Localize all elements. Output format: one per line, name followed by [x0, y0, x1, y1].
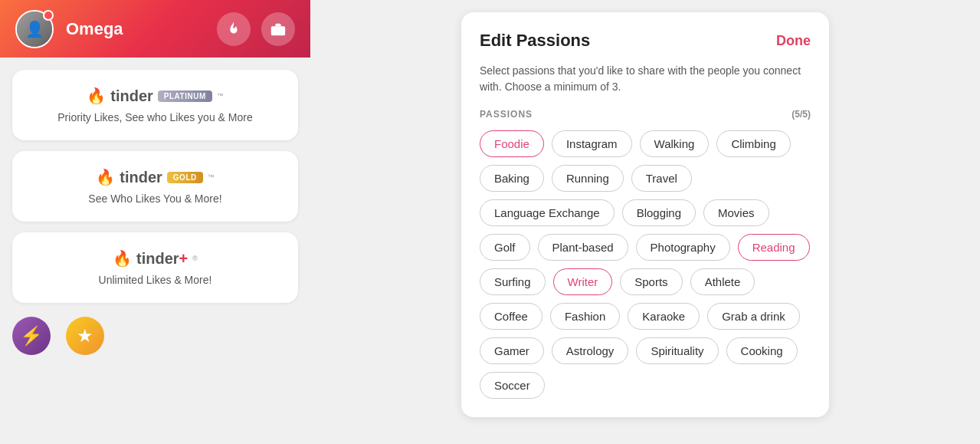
- gold-card[interactable]: 🔥 tinder GOLD ™ See Who Likes You & More…: [12, 151, 298, 222]
- passion-tag[interactable]: Instagram: [552, 130, 632, 157]
- passion-tag[interactable]: Karaoke: [628, 303, 700, 330]
- passion-tag[interactable]: Walking: [640, 130, 710, 157]
- passion-tag[interactable]: Spirituality: [636, 337, 718, 364]
- briefcase-icon: [270, 21, 287, 38]
- flame-icon: [225, 21, 242, 38]
- edit-passions-card: Edit Passions Done Select passions that …: [461, 12, 829, 417]
- flame-button[interactable]: [217, 12, 251, 46]
- plus-description: Unlimited Likes & More!: [99, 274, 212, 286]
- gold-logo: 🔥 tinder GOLD ™: [96, 168, 214, 186]
- passion-tag[interactable]: Sports: [620, 268, 682, 295]
- passion-tag[interactable]: Running: [552, 165, 624, 192]
- header-icons: [217, 12, 295, 46]
- super-like-icon[interactable]: ★: [66, 317, 104, 355]
- platinum-brand: tinder: [110, 87, 153, 105]
- plus-flame: 🔥: [113, 249, 132, 268]
- sidebar-header: 👤 Omega: [0, 0, 310, 58]
- passion-tag[interactable]: Soccer: [480, 372, 545, 399]
- passion-tag[interactable]: Writer: [553, 268, 613, 295]
- passion-tag[interactable]: Reading: [738, 234, 810, 261]
- done-button[interactable]: Done: [776, 33, 811, 49]
- main-panel: Edit Passions Done Select passions that …: [310, 0, 980, 444]
- platinum-tm: ™: [217, 92, 224, 100]
- gold-brand: tinder: [120, 169, 162, 186]
- passion-tag[interactable]: Gamer: [480, 337, 544, 364]
- passion-tag[interactable]: Blogging: [622, 199, 696, 226]
- gold-flame: 🔥: [96, 168, 115, 186]
- bottom-icons-row: ⚡ ★: [12, 317, 298, 355]
- passion-tag[interactable]: Fashion: [550, 303, 620, 330]
- gold-description: See Who Likes You & More!: [88, 192, 221, 205]
- plus-tm: ®: [192, 255, 198, 262]
- card-header: Edit Passions Done: [480, 31, 811, 51]
- passion-tag[interactable]: Golf: [480, 234, 530, 261]
- platinum-flame: 🔥: [87, 87, 106, 105]
- plus-logo: 🔥 tinder+ ®: [113, 249, 198, 268]
- sidebar: 👤 Omega 🔥 tinder: [0, 0, 310, 444]
- platinum-logo: 🔥 tinder PLATINUM ™: [87, 87, 223, 105]
- passion-tag[interactable]: Climbing: [716, 130, 790, 157]
- username-label: Omega: [66, 19, 205, 39]
- passion-tag[interactable]: Baking: [480, 165, 544, 192]
- passion-tag[interactable]: Photography: [636, 234, 730, 261]
- online-indicator: [43, 10, 54, 21]
- passion-tag[interactable]: Athlete: [690, 268, 755, 295]
- plus-brand: tinder+: [136, 250, 188, 268]
- platinum-description: Priority Likes, See who Likes you & More: [57, 111, 252, 123]
- avatar-wrapper: 👤: [15, 10, 54, 48]
- passion-tag[interactable]: Plant-based: [538, 234, 628, 261]
- briefcase-button[interactable]: [261, 12, 295, 46]
- sidebar-content: 🔥 tinder PLATINUM ™ Priority Likes, See …: [0, 58, 310, 444]
- passion-tag[interactable]: Coffee: [480, 303, 542, 330]
- passion-tag[interactable]: Movies: [703, 199, 769, 226]
- platinum-badge: PLATINUM: [158, 90, 212, 102]
- plus-card[interactable]: 🔥 tinder+ ® Unlimited Likes & More!: [12, 232, 298, 303]
- passion-tag[interactable]: Language Exchange: [480, 199, 615, 226]
- boost-icon[interactable]: ⚡: [12, 317, 51, 355]
- passions-count: (5/5): [792, 109, 811, 120]
- gold-badge: GOLD: [167, 172, 203, 183]
- passion-tag[interactable]: Astrology: [552, 337, 629, 364]
- passions-header: PASSIONS (5/5): [480, 109, 811, 120]
- passion-tag[interactable]: Travel: [631, 165, 692, 192]
- passions-grid: FoodieInstagramWalkingClimbingBakingRunn…: [480, 130, 811, 399]
- passion-tag[interactable]: Foodie: [480, 130, 544, 157]
- card-subtitle: Select passions that you'd like to share…: [480, 63, 811, 95]
- platinum-card[interactable]: 🔥 tinder PLATINUM ™ Priority Likes, See …: [12, 70, 298, 140]
- gold-tm: ™: [208, 173, 215, 181]
- passion-tag[interactable]: Grab a drink: [707, 303, 800, 330]
- passions-label: PASSIONS: [480, 109, 533, 120]
- passion-tag[interactable]: Cooking: [726, 337, 798, 364]
- passion-tag[interactable]: Surfing: [480, 268, 546, 295]
- card-title: Edit Passions: [480, 31, 590, 51]
